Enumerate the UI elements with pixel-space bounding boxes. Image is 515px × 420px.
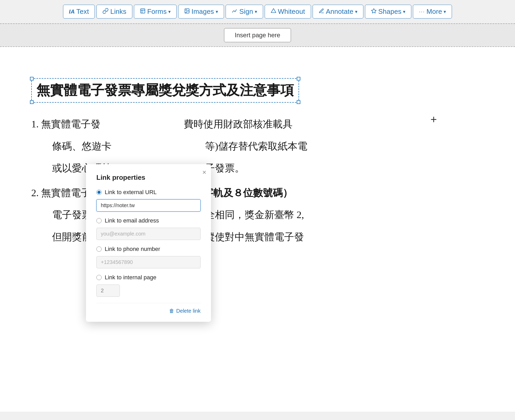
document-area: + 無實體電子發票專屬獎兌獎方式及注意事項 1. 無實體電子發 費時使用財政部核… [0, 47, 515, 412]
images-label: Images [191, 8, 214, 16]
images-button[interactable]: Images ▾ [178, 5, 224, 18]
email-input[interactable] [96, 228, 201, 240]
links-label: Links [110, 8, 126, 16]
external-url-radio[interactable] [96, 190, 102, 195]
forms-chevron-icon: ▾ [168, 9, 171, 15]
annotate-label: Annotate [326, 8, 353, 16]
external-url-input[interactable]: https://noter.tw [96, 199, 201, 212]
more-label: More [426, 8, 442, 16]
svg-point-4 [186, 10, 187, 10]
internal-page-radio[interactable] [96, 275, 102, 280]
forms-icon [140, 8, 146, 15]
svg-marker-6 [371, 8, 376, 13]
whiteout-button[interactable]: Whiteout [265, 5, 311, 18]
internal-page-group: Link to internal page [96, 274, 201, 297]
external-url-label: Link to external URL [105, 189, 157, 196]
more-chevron-icon: ▾ [444, 9, 446, 15]
trash-icon: 🗑 [169, 308, 174, 314]
email-group: Link to email address [96, 217, 201, 241]
heading-selection-box[interactable]: 無實體電子發票專屬獎兌獎方式及注意事項 [31, 78, 299, 103]
shapes-label: Shapes [378, 8, 401, 16]
images-chevron-icon: ▾ [216, 9, 218, 15]
toolbar: IA Text Links Forms ▾ Images ▾ Sign ▾ Wh… [0, 0, 515, 23]
heading-text: 無實體電子發票專屬獎兌獎方式及注意事項 [36, 81, 294, 100]
ia-text-label: Text [76, 8, 89, 16]
ia-text-button[interactable]: IA Text [63, 5, 95, 18]
dialog-footer: 🗑 Delete link [96, 303, 201, 314]
internal-page-radio-label[interactable]: Link to internal page [96, 274, 201, 281]
forms-label: Forms [147, 8, 167, 16]
phone-group: Link to phone number [96, 246, 201, 269]
links-button[interactable]: Links [96, 5, 132, 18]
annotate-chevron-icon: ▾ [355, 9, 357, 15]
body-line-1-left: 1. 無實體電子發 [31, 119, 101, 129]
dialog-title: Link properties [96, 174, 201, 182]
whiteout-icon [271, 8, 276, 15]
internal-page-label: Link to internal page [105, 274, 156, 281]
images-icon [184, 8, 190, 15]
phone-input[interactable] [96, 256, 201, 268]
annotate-icon [319, 8, 324, 15]
link-properties-dialog: Link properties × Link to external URL h… [86, 164, 211, 322]
insert-page-button[interactable]: Insert page here [224, 28, 291, 42]
svg-rect-0 [141, 9, 145, 13]
svg-marker-5 [271, 8, 276, 13]
body-paragraph-1: 1. 無實體電子發 費時使用財政部核准載具 [31, 116, 484, 133]
selection-handle-bl[interactable] [30, 100, 34, 104]
phone-radio-label[interactable]: Link to phone number [96, 246, 201, 252]
insert-page-bar: Insert page here [0, 23, 515, 47]
shapes-icon [371, 8, 377, 15]
body-line-5-right: 全相同，獎金新臺幣 2, [205, 209, 304, 220]
ia-text-icon: IA [69, 8, 75, 15]
body-line-2-left: 條碼、悠遊卡 [52, 141, 111, 152]
annotate-button[interactable]: Annotate ▾ [313, 5, 363, 18]
shapes-chevron-icon: ▾ [403, 9, 405, 15]
sign-button[interactable]: Sign ▾ [226, 5, 263, 18]
insert-page-label: Insert page here [235, 32, 280, 39]
delete-link-label: Delete link [176, 308, 201, 314]
email-label: Link to email address [105, 217, 159, 224]
dialog-close-button[interactable]: × [202, 169, 206, 176]
email-radio-label[interactable]: Link to email address [96, 217, 201, 224]
sign-label: Sign [239, 8, 253, 16]
forms-button[interactable]: Forms ▾ [134, 5, 177, 18]
selection-handle-tr[interactable] [297, 77, 300, 81]
sign-chevron-icon: ▾ [255, 9, 257, 15]
email-radio[interactable] [96, 218, 102, 223]
body-paragraph-2: 條碼、悠遊卡 等)儲存替代索取紙本電 [31, 138, 484, 155]
more-button[interactable]: ··· More ▾ [413, 5, 452, 18]
plus-icon: + [430, 113, 437, 126]
selection-handle-br[interactable] [297, 100, 300, 104]
selection-handle-tl[interactable] [30, 77, 34, 81]
external-url-radio-label[interactable]: Link to external URL [96, 189, 201, 196]
phone-radio[interactable] [96, 246, 102, 252]
delete-link-button[interactable]: 🗑 Delete link [169, 308, 201, 314]
shapes-button[interactable]: Shapes ▾ [365, 5, 412, 18]
links-icon [102, 8, 109, 16]
whiteout-label: Whiteout [278, 8, 305, 16]
page-number-input[interactable] [96, 285, 120, 297]
external-url-group: Link to external URL https://noter.tw [96, 189, 201, 213]
more-icon: ··· [419, 9, 425, 15]
body-line-2-right: 等)儲存替代索取紙本電 [205, 141, 307, 152]
body-line-1-right: 費時使用財政部核准載具 [184, 119, 293, 129]
body-line-6-right: 縱使對中無實體電子發 [205, 231, 304, 242]
sign-icon [232, 8, 238, 16]
phone-label: Link to phone number [105, 246, 160, 252]
